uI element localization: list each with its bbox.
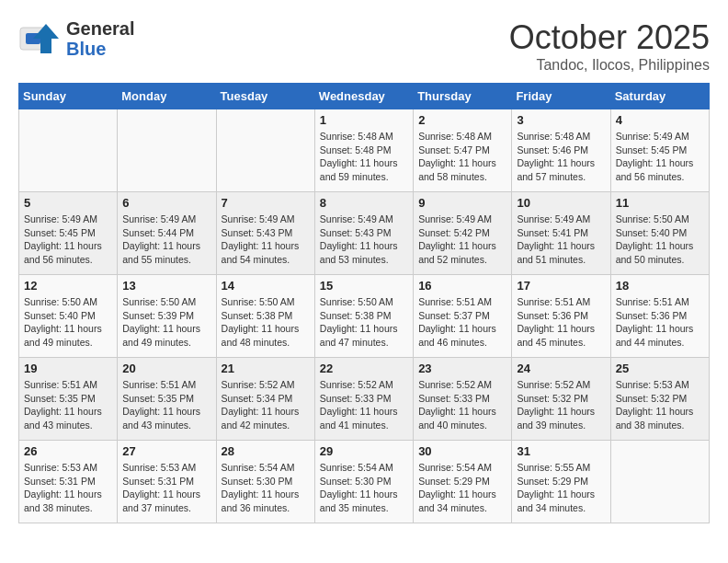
- calendar-cell: 19Sunrise: 5:51 AM Sunset: 5:35 PM Dayli…: [19, 358, 118, 441]
- weekday-header-monday: Monday: [118, 84, 216, 109]
- calendar-cell: 4Sunrise: 5:49 AM Sunset: 5:45 PM Daylig…: [610, 109, 709, 192]
- weekday-header-wednesday: Wednesday: [314, 84, 413, 109]
- logo-text: General: [66, 18, 134, 39]
- page-header: General Blue October 2025 Tandoc, Ilocos…: [18, 18, 710, 74]
- calendar-cell: 1Sunrise: 5:48 AM Sunset: 5:48 PM Daylig…: [314, 109, 413, 192]
- calendar-cell: 12Sunrise: 5:50 AM Sunset: 5:40 PM Dayli…: [19, 275, 118, 358]
- day-number: 13: [122, 279, 210, 293]
- day-number: 24: [517, 362, 605, 375]
- day-info: Sunrise: 5:49 AM Sunset: 5:41 PM Dayligh…: [517, 213, 605, 267]
- calendar-cell: 18Sunrise: 5:51 AM Sunset: 5:36 PM Dayli…: [610, 275, 709, 358]
- title-block: October 2025 Tandoc, Ilocos, Philippines: [509, 18, 710, 74]
- day-info: Sunrise: 5:48 AM Sunset: 5:48 PM Dayligh…: [320, 130, 408, 184]
- day-info: Sunrise: 5:51 AM Sunset: 5:35 PM Dayligh…: [24, 378, 112, 432]
- day-number: 4: [616, 113, 704, 127]
- day-number: 12: [24, 279, 112, 293]
- logo-icon: [18, 20, 63, 57]
- day-number: 6: [122, 196, 210, 210]
- day-number: 16: [418, 279, 506, 293]
- calendar-week-4: 19Sunrise: 5:51 AM Sunset: 5:35 PM Dayli…: [19, 358, 710, 441]
- calendar-cell: 5Sunrise: 5:49 AM Sunset: 5:45 PM Daylig…: [19, 192, 118, 275]
- day-number: 31: [517, 444, 605, 458]
- day-info: Sunrise: 5:48 AM Sunset: 5:47 PM Dayligh…: [418, 130, 506, 184]
- day-info: Sunrise: 5:55 AM Sunset: 5:29 PM Dayligh…: [517, 461, 605, 515]
- day-number: 30: [418, 444, 506, 458]
- day-info: Sunrise: 5:51 AM Sunset: 5:36 PM Dayligh…: [616, 295, 704, 350]
- day-info: Sunrise: 5:48 AM Sunset: 5:46 PM Dayligh…: [517, 130, 605, 184]
- day-info: Sunrise: 5:51 AM Sunset: 5:36 PM Dayligh…: [517, 295, 605, 350]
- day-info: Sunrise: 5:49 AM Sunset: 5:45 PM Dayligh…: [24, 213, 112, 267]
- calendar-cell: 10Sunrise: 5:49 AM Sunset: 5:41 PM Dayli…: [512, 192, 610, 275]
- logo-blue-text: Blue: [66, 39, 134, 59]
- day-number: 17: [517, 279, 605, 293]
- day-number: 7: [222, 196, 310, 210]
- day-info: Sunrise: 5:50 AM Sunset: 5:39 PM Dayligh…: [122, 295, 210, 350]
- calendar-header-row: SundayMondayTuesdayWednesdayThursdayFrid…: [19, 84, 710, 109]
- calendar-week-3: 12Sunrise: 5:50 AM Sunset: 5:40 PM Dayli…: [19, 275, 710, 358]
- day-number: 19: [24, 362, 112, 375]
- calendar-cell: 15Sunrise: 5:50 AM Sunset: 5:38 PM Dayli…: [314, 275, 413, 358]
- day-info: Sunrise: 5:50 AM Sunset: 5:38 PM Dayligh…: [222, 295, 310, 350]
- day-info: Sunrise: 5:53 AM Sunset: 5:32 PM Dayligh…: [616, 378, 704, 432]
- day-info: Sunrise: 5:50 AM Sunset: 5:40 PM Dayligh…: [24, 295, 112, 350]
- calendar-cell: 8Sunrise: 5:49 AM Sunset: 5:43 PM Daylig…: [314, 192, 413, 275]
- day-number: 10: [517, 196, 605, 210]
- calendar-cell: 6Sunrise: 5:49 AM Sunset: 5:44 PM Daylig…: [118, 192, 216, 275]
- calendar-cell: 31Sunrise: 5:55 AM Sunset: 5:29 PM Dayli…: [512, 441, 610, 523]
- day-info: Sunrise: 5:52 AM Sunset: 5:33 PM Dayligh…: [320, 378, 408, 432]
- weekday-header-thursday: Thursday: [414, 84, 512, 109]
- calendar-cell: [610, 441, 709, 523]
- day-number: 3: [517, 113, 605, 127]
- day-info: Sunrise: 5:54 AM Sunset: 5:30 PM Dayligh…: [320, 461, 408, 515]
- day-number: 23: [418, 362, 506, 375]
- calendar-week-2: 5Sunrise: 5:49 AM Sunset: 5:45 PM Daylig…: [19, 192, 710, 275]
- calendar-cell: 23Sunrise: 5:52 AM Sunset: 5:33 PM Dayli…: [414, 358, 512, 441]
- calendar-cell: 16Sunrise: 5:51 AM Sunset: 5:37 PM Dayli…: [414, 275, 512, 358]
- day-number: 5: [24, 196, 112, 210]
- calendar-cell: 22Sunrise: 5:52 AM Sunset: 5:33 PM Dayli…: [314, 358, 413, 441]
- day-info: Sunrise: 5:52 AM Sunset: 5:34 PM Dayligh…: [222, 378, 310, 432]
- weekday-header-saturday: Saturday: [610, 84, 709, 109]
- day-number: 22: [320, 362, 408, 375]
- day-info: Sunrise: 5:50 AM Sunset: 5:40 PM Dayligh…: [616, 213, 704, 267]
- calendar-cell: 9Sunrise: 5:49 AM Sunset: 5:42 PM Daylig…: [414, 192, 512, 275]
- day-info: Sunrise: 5:51 AM Sunset: 5:35 PM Dayligh…: [122, 378, 210, 432]
- calendar-cell: 21Sunrise: 5:52 AM Sunset: 5:34 PM Dayli…: [216, 358, 314, 441]
- month-title: October 2025: [509, 18, 710, 57]
- day-info: Sunrise: 5:53 AM Sunset: 5:31 PM Dayligh…: [122, 461, 210, 515]
- calendar-cell: 11Sunrise: 5:50 AM Sunset: 5:40 PM Dayli…: [610, 192, 709, 275]
- calendar-week-5: 26Sunrise: 5:53 AM Sunset: 5:31 PM Dayli…: [19, 441, 710, 523]
- calendar-cell: 24Sunrise: 5:52 AM Sunset: 5:32 PM Dayli…: [512, 358, 610, 441]
- day-info: Sunrise: 5:52 AM Sunset: 5:32 PM Dayligh…: [517, 378, 605, 432]
- calendar-cell: 2Sunrise: 5:48 AM Sunset: 5:47 PM Daylig…: [414, 109, 512, 192]
- calendar-cell: 13Sunrise: 5:50 AM Sunset: 5:39 PM Dayli…: [118, 275, 216, 358]
- day-number: 28: [222, 444, 310, 458]
- day-info: Sunrise: 5:54 AM Sunset: 5:30 PM Dayligh…: [222, 461, 310, 515]
- day-info: Sunrise: 5:49 AM Sunset: 5:44 PM Dayligh…: [122, 213, 210, 267]
- calendar-cell: 26Sunrise: 5:53 AM Sunset: 5:31 PM Dayli…: [19, 441, 118, 523]
- calendar-cell: [19, 109, 118, 192]
- calendar-cell: 14Sunrise: 5:50 AM Sunset: 5:38 PM Dayli…: [216, 275, 314, 358]
- day-number: 20: [122, 362, 210, 375]
- calendar-cell: 30Sunrise: 5:54 AM Sunset: 5:29 PM Dayli…: [414, 441, 512, 523]
- day-info: Sunrise: 5:52 AM Sunset: 5:33 PM Dayligh…: [418, 378, 506, 432]
- day-number: 25: [616, 362, 704, 375]
- calendar-week-1: 1Sunrise: 5:48 AM Sunset: 5:48 PM Daylig…: [19, 109, 710, 192]
- logo: General Blue: [18, 18, 134, 59]
- weekday-header-sunday: Sunday: [19, 84, 118, 109]
- weekday-header-friday: Friday: [512, 84, 610, 109]
- calendar-cell: 17Sunrise: 5:51 AM Sunset: 5:36 PM Dayli…: [512, 275, 610, 358]
- calendar-cell: [118, 109, 216, 192]
- calendar-cell: 29Sunrise: 5:54 AM Sunset: 5:30 PM Dayli…: [314, 441, 413, 523]
- day-info: Sunrise: 5:50 AM Sunset: 5:38 PM Dayligh…: [320, 295, 408, 350]
- day-info: Sunrise: 5:53 AM Sunset: 5:31 PM Dayligh…: [24, 461, 112, 515]
- day-info: Sunrise: 5:49 AM Sunset: 5:43 PM Dayligh…: [320, 213, 408, 267]
- calendar-cell: 25Sunrise: 5:53 AM Sunset: 5:32 PM Dayli…: [610, 358, 709, 441]
- calendar-cell: 28Sunrise: 5:54 AM Sunset: 5:30 PM Dayli…: [216, 441, 314, 523]
- day-number: 26: [24, 444, 112, 458]
- day-number: 1: [320, 113, 408, 127]
- calendar-cell: 7Sunrise: 5:49 AM Sunset: 5:43 PM Daylig…: [216, 192, 314, 275]
- day-number: 18: [616, 279, 704, 293]
- day-number: 21: [222, 362, 310, 375]
- day-info: Sunrise: 5:49 AM Sunset: 5:45 PM Dayligh…: [616, 130, 704, 184]
